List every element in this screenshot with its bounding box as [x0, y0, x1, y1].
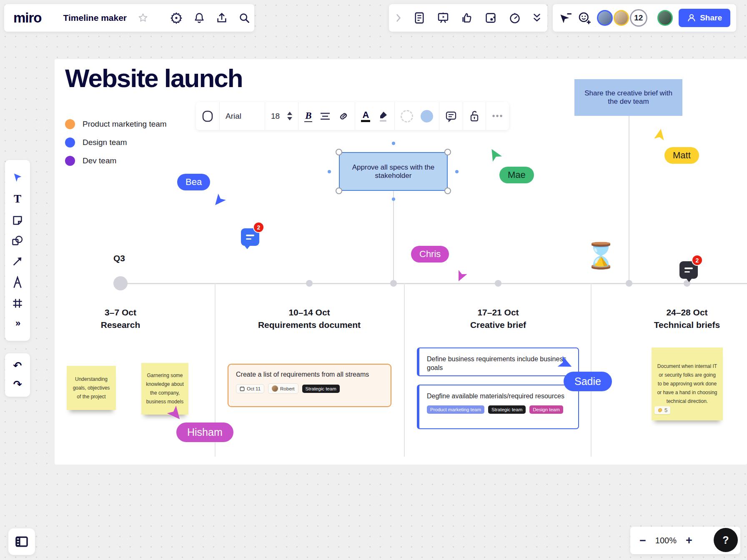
- selection-handle[interactable]: [444, 149, 451, 155]
- section-name: Technical briefs: [612, 319, 747, 331]
- help-button[interactable]: ?: [714, 528, 738, 552]
- follow-cursor-icon[interactable]: [559, 12, 572, 24]
- sticky-note[interactable]: Understanding goals, objectives of the p…: [67, 366, 116, 410]
- collapse-chevron-icon[interactable]: [395, 13, 402, 22]
- text-color-button[interactable]: A: [361, 110, 370, 122]
- card-requirements[interactable]: Create a list of requirements from all s…: [228, 364, 391, 407]
- notifications-bell-icon[interactable]: [193, 12, 205, 24]
- reaction-chip[interactable]: 5: [654, 406, 670, 414]
- notes-doc-icon[interactable]: [414, 12, 425, 24]
- legend-item: Design team: [65, 133, 167, 152]
- cursor-tag-mae: Mae: [499, 167, 534, 183]
- collaborator-avatar[interactable]: [614, 10, 629, 26]
- legend-dot-blue: [65, 138, 75, 148]
- page-title: Website launch: [65, 63, 243, 93]
- frames-panel-icon: [15, 535, 29, 548]
- pen-tool[interactable]: [12, 276, 23, 288]
- timeline-start-dot[interactable]: [113, 276, 128, 290]
- sticky-share-brief[interactable]: Share the creative brief with the dev te…: [574, 79, 682, 116]
- zoom-in-button[interactable]: +: [686, 534, 692, 547]
- font-size-control[interactable]: 18: [265, 102, 298, 130]
- due-date-chip[interactable]: Oct 11: [236, 384, 264, 393]
- frames-panel-button[interactable]: [8, 528, 35, 555]
- avatar: [272, 385, 278, 392]
- shape-style-button[interactable]: [196, 102, 220, 130]
- assignee-chip[interactable]: Robert: [268, 383, 298, 394]
- connector-point[interactable]: [392, 198, 395, 201]
- thumbs-up-icon[interactable]: [461, 12, 473, 24]
- hourglass-emoji[interactable]: ⌛: [585, 241, 617, 270]
- recording-icon[interactable]: [484, 12, 497, 24]
- selection-handle[interactable]: [336, 188, 342, 194]
- timer-icon[interactable]: [509, 12, 521, 24]
- highlighter-button[interactable]: [378, 110, 389, 122]
- search-icon[interactable]: [238, 12, 250, 24]
- comment-button[interactable]: [439, 102, 463, 130]
- reactions-emoji-icon[interactable]: [578, 11, 591, 25]
- timeline-dot[interactable]: [495, 280, 501, 287]
- timeline-dot[interactable]: [390, 280, 397, 287]
- select-cursor-tool[interactable]: [12, 172, 23, 184]
- export-upload-icon[interactable]: [216, 12, 228, 24]
- more-tools-icon[interactable]: »: [15, 318, 20, 329]
- connector-line: [629, 116, 629, 283]
- timeline-section-header: 3–7 Oct Research: [45, 306, 196, 331]
- undo-button[interactable]: ↶: [13, 360, 22, 372]
- border-color-button[interactable]: [401, 110, 413, 122]
- cursor-tag-sadie: Sadie: [564, 372, 612, 391]
- more-tools-chevrons-icon[interactable]: [532, 12, 541, 23]
- settings-gear-icon[interactable]: [170, 12, 183, 24]
- app-header: miro Timeline maker: [4, 4, 254, 32]
- collaborator-count[interactable]: 12: [630, 9, 647, 27]
- align-button[interactable]: [320, 112, 331, 120]
- zoom-out-button[interactable]: −: [639, 534, 646, 547]
- font-size-stepper[interactable]: [287, 112, 292, 120]
- comment-pin[interactable]: 2: [241, 228, 259, 246]
- card-materials[interactable]: Degfine available materials/required res…: [417, 385, 579, 429]
- frame-tool[interactable]: [12, 298, 23, 309]
- comment-pin[interactable]: 2: [679, 261, 698, 279]
- fill-color-button[interactable]: [421, 110, 433, 122]
- tag-design-team[interactable]: Design team: [529, 405, 563, 414]
- timeline-divider: [404, 283, 405, 457]
- tag-strategic-team[interactable]: Strategic team: [302, 385, 340, 393]
- redo-button[interactable]: ↷: [13, 378, 22, 390]
- sticky-note-tool[interactable]: [12, 215, 23, 226]
- connector-arrow-tool[interactable]: [12, 255, 23, 267]
- share-button[interactable]: Share: [679, 9, 730, 27]
- shape-approve-specs[interactable]: Approve all specs with the stakeholder: [339, 152, 448, 191]
- bold-button[interactable]: B: [304, 110, 312, 122]
- presentation-icon[interactable]: [437, 12, 449, 24]
- collaborator-avatar[interactable]: [597, 10, 613, 26]
- tag-strategic-team[interactable]: Strategic team: [488, 405, 526, 414]
- selection-handle[interactable]: [444, 188, 451, 194]
- legend-label: Product marketing team: [83, 120, 167, 129]
- due-date: Oct 11: [247, 386, 261, 391]
- star-icon[interactable]: [138, 12, 148, 23]
- connector-point[interactable]: [392, 142, 395, 145]
- collaborator-cursor-bea: [213, 191, 228, 207]
- section-date: 10–14 Oct: [234, 306, 384, 319]
- timeline-dot[interactable]: [306, 280, 313, 287]
- miro-logo[interactable]: miro: [13, 10, 42, 26]
- board-title[interactable]: Timeline maker: [63, 13, 127, 23]
- text-tool[interactable]: T: [14, 192, 21, 205]
- link-button[interactable]: [338, 111, 349, 122]
- comment-line: [246, 235, 254, 236]
- font-family-select[interactable]: Arial: [220, 102, 265, 130]
- reaction-count: 5: [664, 407, 667, 413]
- collaboration-bar: 12 Share: [553, 4, 736, 32]
- lock-button[interactable]: [463, 102, 486, 130]
- zoom-level[interactable]: 100%: [655, 536, 677, 545]
- tag-product-marketing-team[interactable]: Product marketing team: [427, 405, 484, 414]
- legend-dot-orange: [65, 119, 75, 129]
- comment-icon: [445, 110, 457, 122]
- selection-handle[interactable]: [336, 149, 342, 155]
- connector-point[interactable]: [455, 170, 459, 173]
- legend-item: Dev team: [65, 152, 167, 170]
- more-options-button[interactable]: •••: [486, 102, 509, 130]
- shapes-tool[interactable]: [11, 235, 24, 247]
- connector-point[interactable]: [328, 170, 331, 173]
- timeline-dot[interactable]: [626, 280, 632, 287]
- current-user-avatar[interactable]: [657, 10, 673, 26]
